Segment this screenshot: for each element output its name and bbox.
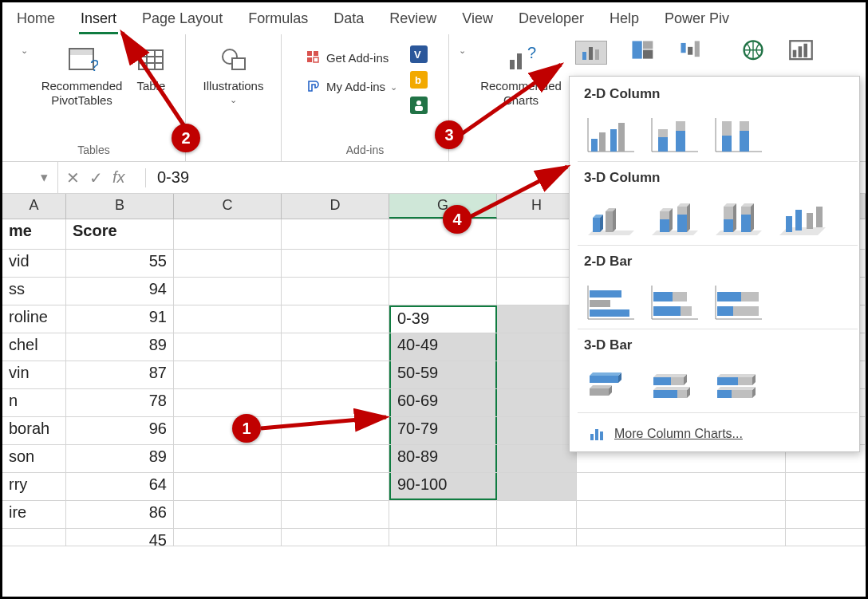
100pct-stacked-column-2d[interactable] [712, 113, 764, 155]
clustered-column-2d[interactable] [584, 113, 637, 155]
cell[interactable] [2, 529, 66, 546]
cell[interactable]: borah [2, 417, 66, 444]
cell[interactable]: 94 [66, 278, 174, 305]
selected-cell[interactable]: 50-59 [389, 361, 497, 388]
cancel-icon[interactable]: ✕ [66, 168, 80, 187]
cell[interactable]: ire [2, 501, 66, 528]
tab-power-pivot[interactable]: Power Piv [663, 6, 731, 32]
cell[interactable]: vid [2, 250, 66, 277]
pivot-dropdown[interactable]: ⌄ [16, 39, 34, 61]
insert-waterfall-chart-button[interactable] [679, 41, 704, 60]
cell[interactable]: vin [2, 361, 66, 388]
cell[interactable] [389, 250, 497, 277]
tab-view[interactable]: View [460, 6, 495, 32]
selected-cell[interactable]: 0-39 [389, 305, 497, 333]
cell[interactable]: rry [2, 473, 66, 500]
cell[interactable] [497, 333, 577, 361]
cell[interactable] [497, 389, 577, 416]
cell[interactable] [389, 278, 497, 305]
cell[interactable] [497, 445, 577, 472]
cell[interactable] [577, 473, 786, 500]
100pct-stacked-bar-3d[interactable] [712, 365, 764, 406]
cell[interactable]: 78 [66, 389, 174, 416]
cell[interactable] [282, 278, 389, 305]
name-box[interactable]: ▾ [2, 162, 58, 193]
cell[interactable] [497, 473, 577, 500]
cell[interactable] [174, 361, 282, 388]
cell[interactable] [174, 278, 282, 305]
pivotchart-button[interactable] [788, 41, 814, 60]
cell[interactable] [497, 250, 577, 277]
selected-cell[interactable]: 90-100 [389, 473, 497, 500]
cell[interactable]: 45 [66, 529, 174, 546]
cell[interactable] [577, 529, 786, 546]
cell[interactable] [497, 417, 577, 444]
cell[interactable] [786, 529, 866, 546]
col-header-D[interactable]: D [282, 194, 389, 219]
cell[interactable] [174, 250, 282, 277]
insert-hierarchy-chart-button[interactable] [630, 41, 656, 60]
cell[interactable]: me [2, 219, 66, 249]
cell[interactable]: chel [2, 333, 66, 361]
cell[interactable]: n [2, 389, 66, 416]
cell[interactable] [786, 501, 866, 528]
cell[interactable] [174, 501, 282, 528]
cell[interactable] [497, 278, 577, 305]
tab-developer[interactable]: Developer [517, 6, 586, 32]
cell[interactable] [282, 219, 389, 249]
col-header-A[interactable]: A [2, 194, 66, 219]
cell[interactable] [174, 529, 282, 546]
selected-cell[interactable]: 60-69 [389, 389, 497, 416]
col-header-B[interactable]: B [66, 194, 174, 219]
cell[interactable]: Score [66, 219, 174, 249]
visio-icon[interactable]: V [410, 45, 428, 66]
selected-cell[interactable]: 40-49 [389, 333, 497, 361]
tab-review[interactable]: Review [388, 6, 438, 32]
clustered-bar-3d[interactable] [584, 365, 637, 406]
cell[interactable] [282, 445, 389, 472]
more-column-charts-link[interactable]: More Column Charts... [584, 420, 851, 445]
enter-icon[interactable]: ✓ [89, 168, 103, 187]
tab-help[interactable]: Help [608, 6, 641, 32]
tab-data[interactable]: Data [332, 6, 365, 32]
fx-icon[interactable]: fx [112, 168, 125, 187]
cell[interactable] [497, 529, 577, 546]
cell[interactable] [282, 501, 389, 528]
cell[interactable]: son [2, 445, 66, 472]
cell[interactable]: 96 [66, 417, 174, 444]
cell[interactable]: roline [2, 305, 66, 333]
maps-button[interactable] [740, 41, 766, 60]
illustrations-button[interactable]: Illustrations ⌄ [199, 39, 269, 110]
cell[interactable]: 87 [66, 361, 174, 388]
cell[interactable] [282, 389, 389, 416]
cell[interactable] [389, 529, 497, 546]
cell[interactable] [282, 333, 389, 361]
100pct-stacked-bar-2d[interactable] [712, 281, 764, 322]
cell[interactable]: 55 [66, 250, 174, 277]
cell[interactable]: 64 [66, 473, 174, 500]
cell[interactable]: 91 [66, 305, 174, 333]
cell[interactable] [174, 445, 282, 472]
cell[interactable]: 89 [66, 333, 174, 361]
cell[interactable] [174, 219, 282, 249]
cell[interactable] [282, 250, 389, 277]
selected-cell[interactable]: 80-89 [389, 445, 497, 472]
cell[interactable] [282, 361, 389, 388]
people-graph-icon[interactable] [410, 97, 428, 117]
cell[interactable] [282, 305, 389, 333]
100pct-stacked-column-3d[interactable] [712, 197, 764, 238]
cell[interactable] [282, 473, 389, 500]
clustered-column-3d[interactable] [584, 197, 637, 238]
cell[interactable] [174, 305, 282, 333]
my-addins-button[interactable]: My Add-ins ⌄ [302, 76, 400, 97]
cell[interactable] [497, 501, 577, 528]
cell[interactable] [497, 361, 577, 388]
cell[interactable] [497, 305, 577, 333]
stacked-bar-3d[interactable] [648, 365, 700, 406]
tab-home[interactable]: Home [15, 6, 57, 32]
insert-column-chart-button[interactable] [575, 41, 607, 65]
bing-icon[interactable]: b [410, 71, 428, 92]
cell[interactable] [786, 473, 866, 500]
cell[interactable] [282, 529, 389, 546]
cell[interactable] [389, 501, 497, 528]
